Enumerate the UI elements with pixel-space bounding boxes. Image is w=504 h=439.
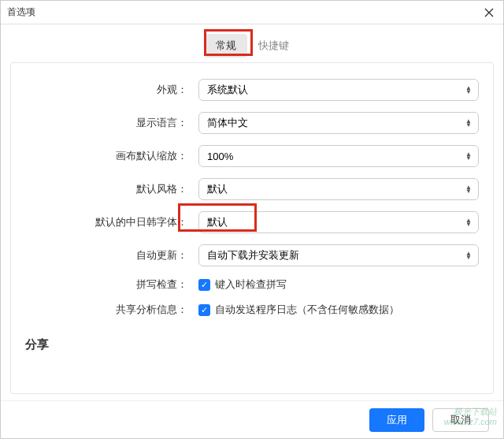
chevron-updown-icon: ▲▼ bbox=[465, 185, 472, 193]
row-language: 显示语言： 简体中文 ▲▼ bbox=[25, 112, 479, 134]
checkbox-spellcheck[interactable]: ✓ bbox=[198, 279, 210, 291]
checkbox-analytics-label: 自动发送程序日志（不含任何敏感数据） bbox=[215, 303, 399, 317]
chevron-updown-icon: ▲▼ bbox=[465, 218, 472, 226]
label-analytics: 共享分析信息： bbox=[25, 303, 198, 317]
tab-bar: 常规 快捷键 bbox=[1, 24, 503, 64]
checkbox-spellcheck-label: 键入时检查拼写 bbox=[215, 277, 287, 292]
row-spellcheck: 拼写检查： ✓ 键入时检查拼写 bbox=[25, 277, 479, 292]
label-language: 显示语言： bbox=[25, 116, 198, 130]
dialog-footer: 应用 取消 bbox=[1, 400, 503, 438]
select-appearance[interactable]: 系统默认 ▲▼ bbox=[198, 79, 479, 101]
select-style-value: 默认 bbox=[207, 182, 228, 196]
select-zoom[interactable]: 100% ▲▼ bbox=[198, 145, 479, 167]
label-cjkfont: 默认的中日韩字体： bbox=[25, 215, 198, 229]
select-autoupdate-value: 自动下载并安装更新 bbox=[207, 248, 299, 262]
row-appearance: 外观： 系统默认 ▲▼ bbox=[25, 79, 479, 101]
section-share-title: 分享 bbox=[25, 337, 479, 352]
label-zoom: 画布默认缩放： bbox=[25, 149, 198, 163]
select-language[interactable]: 简体中文 ▲▼ bbox=[198, 112, 479, 134]
tab-shortcuts[interactable]: 快捷键 bbox=[247, 34, 300, 58]
label-autoupdate: 自动更新： bbox=[25, 248, 198, 262]
row-style: 默认风格： 默认 ▲▼ bbox=[25, 178, 479, 200]
select-style[interactable]: 默认 ▲▼ bbox=[198, 178, 479, 200]
apply-button[interactable]: 应用 bbox=[369, 408, 424, 432]
checkbox-analytics[interactable]: ✓ bbox=[198, 304, 210, 316]
chevron-updown-icon: ▲▼ bbox=[465, 251, 472, 259]
label-style: 默认风格： bbox=[25, 182, 198, 196]
row-cjkfont: 默认的中日韩字体： 默认 ▲▼ bbox=[25, 211, 479, 233]
settings-panel: 外观： 系统默认 ▲▼ 显示语言： 简体中文 ▲▼ 画布默认缩放： 100% ▲… bbox=[10, 62, 494, 394]
chevron-updown-icon: ▲▼ bbox=[465, 119, 472, 127]
close-button[interactable] bbox=[481, 5, 497, 20]
select-autoupdate[interactable]: 自动下载并安装更新 ▲▼ bbox=[198, 244, 479, 266]
select-appearance-value: 系统默认 bbox=[207, 83, 248, 97]
chevron-updown-icon: ▲▼ bbox=[465, 152, 472, 160]
window-title: 首选项 bbox=[7, 6, 35, 19]
chevron-updown-icon: ▲▼ bbox=[465, 86, 472, 94]
row-zoom: 画布默认缩放： 100% ▲▼ bbox=[25, 145, 479, 167]
label-appearance: 外观： bbox=[25, 83, 198, 97]
titlebar: 首选项 bbox=[1, 1, 503, 24]
row-analytics: 共享分析信息： ✓ 自动发送程序日志（不含任何敏感数据） bbox=[25, 303, 479, 317]
row-autoupdate: 自动更新： 自动下载并安装更新 ▲▼ bbox=[25, 244, 479, 266]
cancel-button[interactable]: 取消 bbox=[432, 408, 489, 432]
select-cjkfont-value: 默认 bbox=[207, 215, 228, 229]
select-language-value: 简体中文 bbox=[207, 116, 248, 130]
label-spellcheck: 拼写检查： bbox=[25, 277, 198, 292]
select-zoom-value: 100% bbox=[207, 151, 233, 162]
select-cjkfont[interactable]: 默认 ▲▼ bbox=[198, 211, 479, 233]
tab-general[interactable]: 常规 bbox=[205, 34, 247, 58]
